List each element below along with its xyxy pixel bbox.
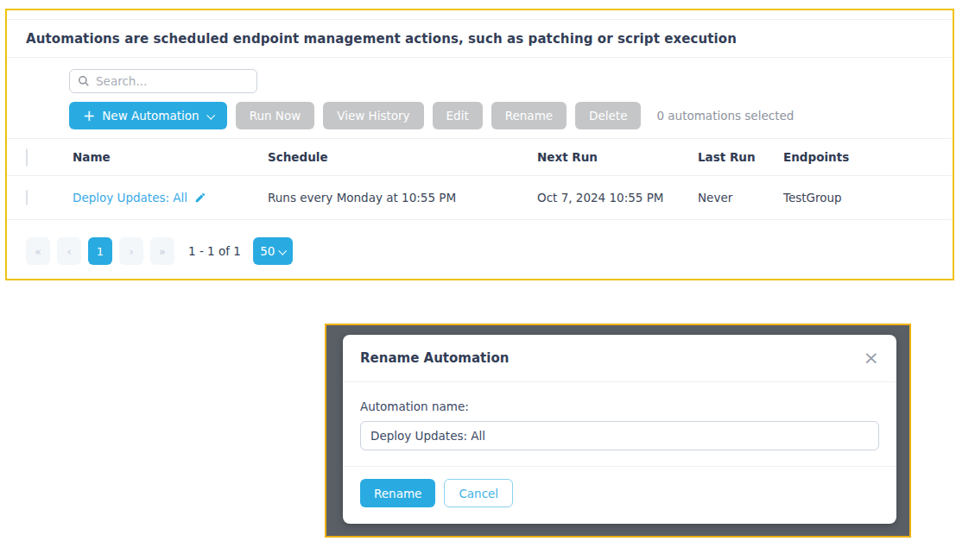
edit-button[interactable]: Edit — [433, 102, 483, 129]
row-checkbox[interactable] — [26, 190, 28, 205]
last-page-button[interactable]: » — [150, 237, 174, 265]
cancel-button[interactable]: Cancel — [444, 479, 513, 507]
pagination: « ‹ 1 › » 1 - 1 of 1 50 — [26, 237, 953, 265]
automations-panel: Automations are scheduled endpoint manag… — [5, 9, 954, 280]
modal-header: Rename Automation × — [343, 335, 896, 382]
page-1-button[interactable]: 1 — [88, 237, 112, 265]
toolbar: + New Automation Run Now View History Ed… — [69, 102, 953, 129]
endpoints-cell: TestGroup — [783, 191, 953, 204]
panel-top-strip — [7, 10, 953, 20]
search-icon — [78, 75, 90, 87]
close-icon[interactable]: × — [864, 349, 879, 368]
view-history-button[interactable]: View History — [323, 102, 423, 129]
selected-count-status: 0 automations selected — [656, 109, 794, 123]
next-run-cell: Oct 7, 2024 10:55 PM — [537, 191, 698, 204]
panel-header: Automations are scheduled endpoint manag… — [7, 20, 953, 58]
modal-overlay: Rename Automation × Automation name: Ren… — [325, 324, 911, 538]
page-size-value: 50 — [260, 244, 275, 258]
next-page-button[interactable]: › — [119, 237, 143, 265]
column-header-last-run: Last Run — [698, 150, 783, 164]
rename-automation-modal: Rename Automation × Automation name: Ren… — [343, 335, 896, 524]
plus-icon: + — [83, 109, 95, 123]
table-row: Deploy Updates: All Runs every Monday at… — [7, 176, 953, 220]
edit-pencil-icon[interactable] — [194, 192, 206, 204]
search-input[interactable] — [96, 74, 249, 88]
chevron-down-icon — [206, 110, 215, 119]
automations-table: Name Schedule Next Run Last Run Endpoint… — [7, 138, 953, 220]
column-header-endpoints: Endpoints — [783, 150, 953, 164]
modal-body: Automation name: — [343, 382, 896, 466]
table-header-row: Name Schedule Next Run Last Run Endpoint… — [7, 138, 953, 176]
first-page-button[interactable]: « — [26, 237, 50, 265]
rename-confirm-button[interactable]: Rename — [360, 479, 435, 507]
modal-footer: Rename Cancel — [343, 466, 896, 519]
modal-title: Rename Automation — [360, 350, 509, 366]
last-run-cell: Never — [698, 191, 783, 204]
column-header-name: Name — [73, 150, 268, 164]
run-now-button[interactable]: Run Now — [236, 102, 315, 129]
rename-button[interactable]: Rename — [491, 102, 567, 129]
automation-name-link[interactable]: Deploy Updates: All — [73, 191, 187, 204]
new-automation-button[interactable]: + New Automation — [69, 102, 227, 129]
pagination-range: 1 - 1 of 1 — [188, 244, 241, 258]
automations-description: Automations are scheduled endpoint manag… — [26, 31, 737, 47]
previous-page-button[interactable]: ‹ — [57, 237, 81, 265]
automation-name-input[interactable] — [360, 421, 879, 450]
delete-button[interactable]: Delete — [575, 102, 641, 129]
automation-name-label: Automation name: — [360, 400, 879, 413]
page-size-dropdown[interactable]: 50 — [253, 237, 293, 265]
select-all-checkbox[interactable] — [26, 148, 28, 167]
schedule-cell: Runs every Monday at 10:55 PM — [268, 191, 537, 204]
column-header-schedule: Schedule — [268, 150, 537, 164]
column-header-next-run: Next Run — [537, 150, 698, 164]
new-automation-label: New Automation — [102, 109, 199, 123]
chevron-down-icon — [279, 246, 288, 255]
search-box[interactable] — [69, 69, 257, 93]
